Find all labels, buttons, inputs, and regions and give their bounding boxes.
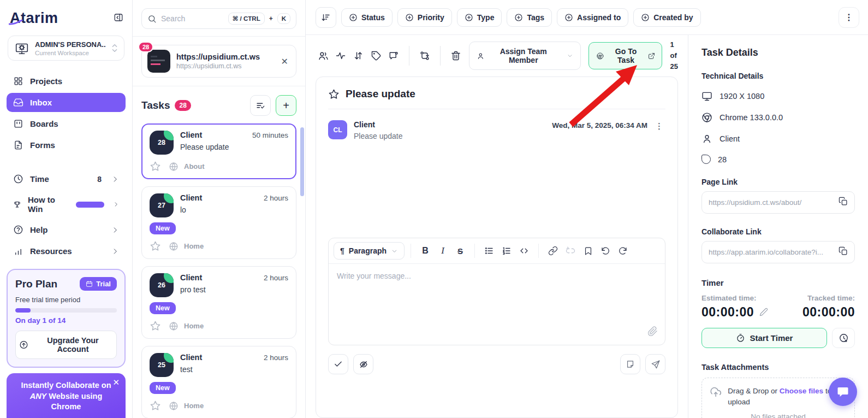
filter-label: Priority bbox=[418, 13, 444, 22]
star-icon[interactable] bbox=[328, 89, 340, 100]
bookmark-button[interactable] bbox=[580, 243, 596, 259]
sort-order-button[interactable] bbox=[350, 47, 366, 64]
send-button[interactable] bbox=[645, 354, 665, 374]
filter-created-by[interactable]: Created by bbox=[633, 8, 700, 27]
start-timer-button[interactable]: Start Timer bbox=[701, 328, 827, 348]
filter-priority[interactable]: Priority bbox=[397, 8, 452, 27]
sidebar-item-help[interactable]: Help bbox=[7, 221, 126, 239]
pager-of: of bbox=[670, 50, 677, 61]
calendar-icon bbox=[86, 280, 93, 287]
sidebar-item-label: Boards bbox=[30, 119, 58, 128]
tag-button[interactable] bbox=[368, 47, 384, 64]
collaborators-button[interactable] bbox=[316, 47, 331, 64]
shortcut-plus: + bbox=[269, 15, 273, 22]
sidebar-item-how-to-win[interactable]: How to Win bbox=[7, 191, 126, 217]
link-button[interactable] bbox=[545, 243, 561, 259]
bold-button[interactable]: B bbox=[417, 243, 433, 259]
search-input[interactable] bbox=[161, 14, 224, 23]
resolve-button[interactable] bbox=[328, 354, 348, 374]
filter-status[interactable]: Status bbox=[341, 8, 393, 27]
sidebar-item-time[interactable]: Time 8 bbox=[7, 170, 126, 188]
attach-file-icon[interactable] bbox=[647, 326, 658, 339]
star-icon[interactable] bbox=[150, 240, 161, 252]
plan-title: Pro Plan bbox=[15, 278, 57, 290]
go-to-task-button[interactable]: Go To Task bbox=[588, 42, 663, 69]
remove-site-filter-icon[interactable]: ✕ bbox=[279, 55, 290, 68]
more-options-button[interactable]: ⋮ bbox=[839, 7, 859, 28]
time-log-button[interactable] bbox=[832, 328, 855, 348]
sidebar-item-label: Forms bbox=[30, 140, 55, 150]
sidebar-item-resources[interactable]: Resources bbox=[7, 242, 126, 260]
message-input[interactable] bbox=[329, 264, 665, 345]
search-section: ⌘ / CTRL + K bbox=[133, 0, 305, 37]
bullet-list-button[interactable] bbox=[481, 243, 497, 259]
sidebar-item-forms[interactable]: Forms bbox=[7, 136, 126, 155]
circle-plus-icon bbox=[641, 13, 650, 22]
filter-label: Created by bbox=[653, 13, 693, 22]
code-button[interactable] bbox=[516, 243, 532, 259]
strikethrough-button[interactable]: S bbox=[452, 243, 468, 259]
circle-plus-icon bbox=[564, 13, 573, 22]
task-card[interactable]: 28 Client 50 minutes Please update About bbox=[141, 123, 296, 179]
sidebar: Atarim ADMIN'S PERSONA... Current Worksp… bbox=[0, 0, 133, 418]
filter-tags[interactable]: Tags bbox=[507, 8, 552, 27]
star-icon[interactable] bbox=[150, 161, 161, 172]
notes-button[interactable] bbox=[620, 354, 640, 374]
task-card[interactable]: 25 Client 2 hours test New Home bbox=[141, 346, 296, 418]
sort-button[interactable] bbox=[316, 7, 336, 28]
status-flag-button[interactable] bbox=[386, 47, 401, 64]
message-options-button[interactable]: ⋮ bbox=[653, 120, 665, 132]
workspace-switcher[interactable]: ADMIN'S PERSONA... Current Workspace bbox=[8, 36, 124, 61]
forms-icon bbox=[13, 140, 23, 150]
creator-value: Client bbox=[720, 134, 740, 143]
site-filter-section: 28 https://upsidium.ct.ws https://upsidi… bbox=[133, 37, 305, 86]
upgrade-account-button[interactable]: Upgrade Your Account bbox=[15, 331, 117, 359]
task-title: test bbox=[180, 365, 288, 374]
task-list-scrollbar[interactable] bbox=[300, 127, 304, 196]
redo-button[interactable] bbox=[615, 243, 631, 259]
atarim-logo: Atarim bbox=[10, 10, 58, 27]
task-page-label: Home bbox=[184, 322, 204, 330]
delete-task-button[interactable] bbox=[448, 47, 463, 64]
add-task-button[interactable]: + bbox=[276, 95, 296, 116]
undo-button[interactable] bbox=[597, 243, 614, 259]
task-card[interactable]: 27 Client 2 hours lo New Home bbox=[141, 186, 296, 259]
sidebar-item-boards[interactable]: Boards bbox=[7, 114, 126, 133]
globe-icon bbox=[169, 162, 179, 172]
star-icon[interactable] bbox=[150, 320, 161, 332]
banner-line2: Website using Chrome bbox=[46, 392, 102, 411]
task-number-avatar: 28 bbox=[150, 131, 174, 155]
filter-type[interactable]: Type bbox=[457, 8, 502, 27]
message-editor: ¶ Paragraph B I S bbox=[328, 238, 665, 345]
sidebar-item-inbox[interactable]: Inbox bbox=[7, 93, 126, 112]
activity-button[interactable] bbox=[333, 47, 348, 64]
trash-icon bbox=[450, 50, 461, 61]
collapse-sidebar-button[interactable] bbox=[114, 13, 123, 24]
collaborate-link-label: Collaborate Link bbox=[701, 227, 855, 236]
filter-assigned-to[interactable]: Assigned to bbox=[557, 8, 628, 27]
ordered-list-button[interactable] bbox=[498, 243, 515, 259]
italic-button[interactable]: I bbox=[435, 243, 451, 259]
up-down-arrows-icon bbox=[353, 50, 364, 61]
sidebar-item-projects[interactable]: Projects bbox=[7, 72, 126, 91]
internal-note-toggle-button[interactable] bbox=[353, 354, 373, 374]
assign-team-member-dropdown[interactable]: Assign Team Member bbox=[469, 42, 581, 70]
task-filter-button[interactable] bbox=[250, 95, 271, 116]
copy-icon[interactable] bbox=[839, 246, 848, 258]
choose-files-link[interactable]: Choose files bbox=[780, 387, 823, 395]
edit-estimate-icon[interactable] bbox=[759, 305, 768, 320]
monitor-icon bbox=[701, 91, 712, 102]
unlink-button[interactable] bbox=[562, 243, 579, 259]
collaborate-link-input[interactable] bbox=[709, 248, 834, 256]
move-task-button[interactable] bbox=[417, 47, 432, 64]
banner-close-icon[interactable]: ✕ bbox=[112, 378, 120, 386]
chat-widget-button[interactable] bbox=[829, 378, 857, 406]
page-link-input[interactable] bbox=[709, 198, 834, 207]
external-link-icon bbox=[648, 52, 655, 60]
star-icon[interactable] bbox=[150, 400, 161, 411]
copy-icon[interactable] bbox=[839, 197, 848, 208]
upgrade-button-label: Upgrade Your Account bbox=[33, 336, 113, 354]
site-filter-card[interactable]: 28 https://upsidium.ct.ws https://upsidi… bbox=[141, 45, 296, 78]
task-card[interactable]: 26 Client 2 hours pro test New Home bbox=[141, 266, 296, 339]
paragraph-style-dropdown[interactable]: ¶ Paragraph bbox=[334, 242, 405, 260]
